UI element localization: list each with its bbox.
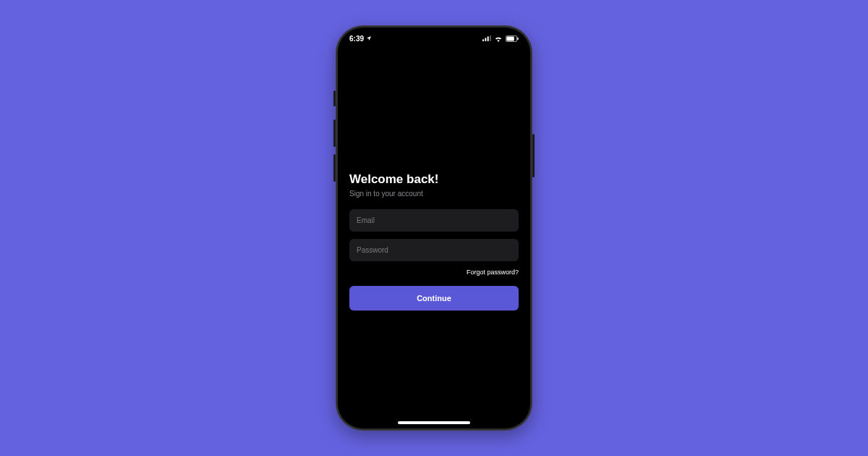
forgot-password-link[interactable]: Forgot password? bbox=[349, 269, 519, 276]
email-field[interactable] bbox=[349, 209, 519, 232]
svg-rect-3 bbox=[490, 35, 491, 41]
battery-icon bbox=[506, 35, 519, 42]
cellular-signal-icon bbox=[482, 35, 491, 41]
page-title: Welcome back! bbox=[349, 172, 519, 187]
continue-button[interactable]: Continue bbox=[349, 286, 519, 311]
password-field[interactable] bbox=[349, 239, 519, 261]
svg-rect-6 bbox=[517, 37, 518, 39]
power-button bbox=[532, 134, 535, 177]
status-time: 6:39 bbox=[349, 35, 364, 43]
notch bbox=[391, 28, 477, 43]
mute-switch bbox=[333, 90, 336, 106]
login-screen: Welcome back! Sign in to your account Fo… bbox=[338, 28, 530, 428]
volume-up-button bbox=[333, 119, 336, 147]
wifi-icon bbox=[494, 35, 503, 42]
location-arrow-icon bbox=[366, 35, 372, 43]
volume-down-button bbox=[333, 154, 336, 182]
svg-rect-5 bbox=[506, 36, 514, 41]
svg-rect-0 bbox=[482, 39, 484, 41]
home-indicator[interactable] bbox=[398, 421, 470, 424]
phone-frame: 6:39 bbox=[336, 25, 532, 431]
svg-rect-2 bbox=[488, 36, 489, 41]
svg-rect-1 bbox=[485, 38, 486, 41]
page-subtitle: Sign in to your account bbox=[349, 190, 519, 198]
phone-screen: 6:39 bbox=[338, 28, 530, 428]
